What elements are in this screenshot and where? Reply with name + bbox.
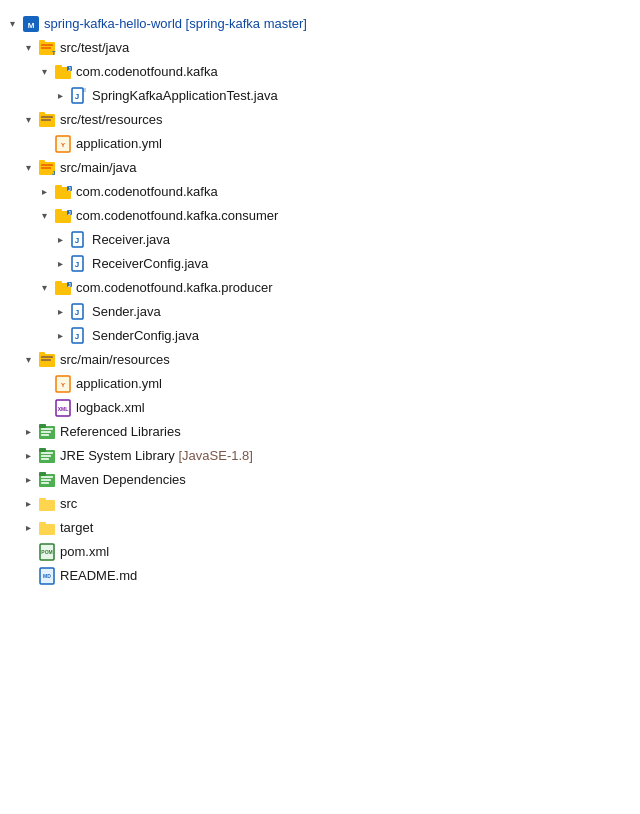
src-main-java-item[interactable]: J src/main/java xyxy=(0,156,640,180)
src-test-resources-arrow xyxy=(20,112,36,128)
project-tree: M spring-kafka-hello-world [spring-kafka… xyxy=(0,8,640,592)
application-yml-test-item[interactable]: Y application.yml xyxy=(0,132,640,156)
sender-java-label: Sender.java xyxy=(92,302,161,322)
receiverconfig-arrow xyxy=(52,256,68,272)
src-folder-icon xyxy=(38,495,56,513)
src-folder-item[interactable]: src xyxy=(0,492,640,516)
package-consumer-icon: J xyxy=(54,207,72,225)
svg-rect-61 xyxy=(41,458,49,460)
svg-text:XML: XML xyxy=(58,406,69,412)
receiverconfig-java-icon: J xyxy=(70,255,88,273)
yml-test-icon: Y xyxy=(54,135,72,153)
referenced-libraries-item[interactable]: Referenced Libraries xyxy=(0,420,640,444)
spring-kafka-app-test-arrow xyxy=(52,88,68,104)
spring-kafka-app-test-item[interactable]: J SpringKafkaApplicationTest.java xyxy=(0,84,640,108)
src-test-resources-item[interactable]: src/test/resources xyxy=(0,108,640,132)
sender-java-item[interactable]: J Sender.java xyxy=(0,300,640,324)
svg-rect-26 xyxy=(55,185,62,189)
jre-system-library-item[interactable]: JRE System Library [JavaSE-1.8] xyxy=(0,444,640,468)
src-test-java-item[interactable]: T src/test/java xyxy=(0,36,640,60)
readme-md-icon: MD xyxy=(38,567,56,585)
svg-rect-17 xyxy=(41,119,51,121)
pkg-codenotfound-kafka-test-item[interactable]: J com.codenotfound.kafka xyxy=(0,60,640,84)
receiver-java-item[interactable]: J Receiver.java xyxy=(0,228,640,252)
java-test-file-icon: J xyxy=(70,87,88,105)
maven-dependencies-item[interactable]: Maven Dependencies xyxy=(0,468,640,492)
src-main-resources-arrow xyxy=(20,352,36,368)
svg-rect-71 xyxy=(39,522,46,526)
svg-text:POM: POM xyxy=(41,549,52,555)
svg-rect-62 xyxy=(39,448,46,452)
svg-rect-69 xyxy=(39,498,46,502)
svg-rect-67 xyxy=(39,472,46,476)
jre-library-icon xyxy=(38,447,56,465)
readme-md-item[interactable]: MD README.md xyxy=(0,564,640,588)
application-yml-test-label: application.yml xyxy=(76,134,162,154)
src-test-java-icon: T xyxy=(38,39,56,57)
svg-text:MD: MD xyxy=(43,573,51,579)
pkg-consumer-item[interactable]: J com.codenotfound.kafka.consumer xyxy=(0,204,640,228)
pkg-codenotfound-kafka-main-item[interactable]: J com.codenotfound.kafka xyxy=(0,180,640,204)
target-folder-arrow xyxy=(20,520,36,536)
svg-rect-5 xyxy=(41,47,51,49)
svg-text:J: J xyxy=(68,186,71,192)
svg-rect-48 xyxy=(41,359,51,361)
referenced-libraries-label: Referenced Libraries xyxy=(60,422,181,442)
target-folder-label: target xyxy=(60,518,93,538)
pom-xml-label: pom.xml xyxy=(60,542,109,562)
src-main-resources-item[interactable]: src/main/resources xyxy=(0,348,640,372)
maven-dependencies-arrow xyxy=(20,472,36,488)
pkg-codenotfound-kafka-main-label: com.codenotfound.kafka xyxy=(76,182,218,202)
svg-text:M: M xyxy=(28,21,35,30)
src-folder-arrow xyxy=(20,496,36,512)
sender-arrow xyxy=(52,304,68,320)
svg-text:J: J xyxy=(68,210,71,216)
root-arrow xyxy=(4,16,20,32)
senderconfig-java-item[interactable]: J SenderConfig.java xyxy=(0,324,640,348)
project-icon: M xyxy=(22,15,40,33)
pkg-producer-item[interactable]: J com.codenotfound.kafka.producer xyxy=(0,276,640,300)
referenced-libraries-arrow xyxy=(20,424,36,440)
svg-rect-65 xyxy=(41,479,51,481)
jre-library-arrow xyxy=(20,448,36,464)
svg-text:Y: Y xyxy=(61,142,65,148)
jre-system-library-label: JRE System Library [JavaSE-1.8] xyxy=(60,446,253,466)
package-producer-icon: J xyxy=(54,279,72,297)
svg-rect-16 xyxy=(41,116,53,118)
svg-rect-22 xyxy=(41,164,53,166)
svg-rect-8 xyxy=(55,65,62,69)
svg-text:J: J xyxy=(68,66,71,72)
senderconfig-arrow xyxy=(52,328,68,344)
pom-xml-item[interactable]: POM pom.xml xyxy=(0,540,640,564)
receiverconfig-java-item[interactable]: J ReceiverConfig.java xyxy=(0,252,640,276)
src-main-java-label: src/main/java xyxy=(60,158,137,178)
logback-xml-item[interactable]: XML logback.xml xyxy=(0,396,640,420)
svg-text:T: T xyxy=(52,50,56,56)
target-folder-item[interactable]: target xyxy=(0,516,640,540)
receiver-arrow xyxy=(52,232,68,248)
svg-rect-21 xyxy=(39,160,45,164)
svg-rect-30 xyxy=(55,209,62,213)
pkg-producer-arrow xyxy=(36,280,52,296)
application-yml-main-label: application.yml xyxy=(76,374,162,394)
package-main-icon: J xyxy=(54,183,72,201)
src-test-resources-label: src/test/resources xyxy=(60,110,163,130)
svg-text:J: J xyxy=(75,332,79,341)
spring-kafka-app-test-label: SpringKafkaApplicationTest.java xyxy=(92,86,278,106)
svg-rect-23 xyxy=(41,167,51,169)
src-test-java-arrow xyxy=(20,40,36,56)
svg-rect-59 xyxy=(41,452,53,454)
pkg-test-arrow xyxy=(36,64,52,80)
pkg-consumer-arrow xyxy=(36,208,52,224)
svg-rect-47 xyxy=(41,356,53,358)
application-yml-main-item[interactable]: Y application.yml xyxy=(0,372,640,396)
src-test-resources-icon xyxy=(38,111,56,129)
src-main-resources-icon xyxy=(38,351,56,369)
svg-text:J: J xyxy=(75,308,79,317)
src-main-java-icon: J xyxy=(38,159,56,177)
pkg-consumer-label: com.codenotfound.kafka.consumer xyxy=(76,206,278,226)
senderconfig-java-label: SenderConfig.java xyxy=(92,326,199,346)
tree-root-item[interactable]: M spring-kafka-hello-world [spring-kafka… xyxy=(0,12,640,36)
pkg-codenotfound-kafka-test-label: com.codenotfound.kafka xyxy=(76,62,218,82)
receiver-java-icon: J xyxy=(70,231,88,249)
